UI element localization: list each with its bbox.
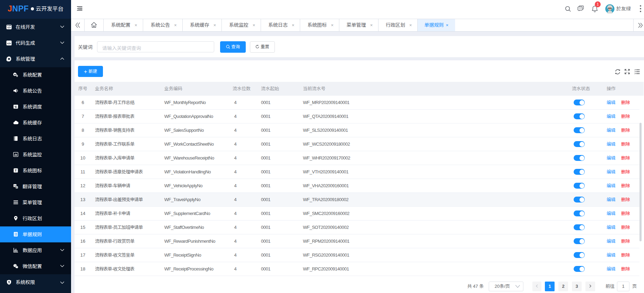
- svg-text:</>: </>: [7, 26, 11, 29]
- svg-text:A: A: [16, 186, 18, 189]
- svg-text:T: T: [15, 169, 17, 172]
- svg-text:</>: </>: [7, 42, 11, 45]
